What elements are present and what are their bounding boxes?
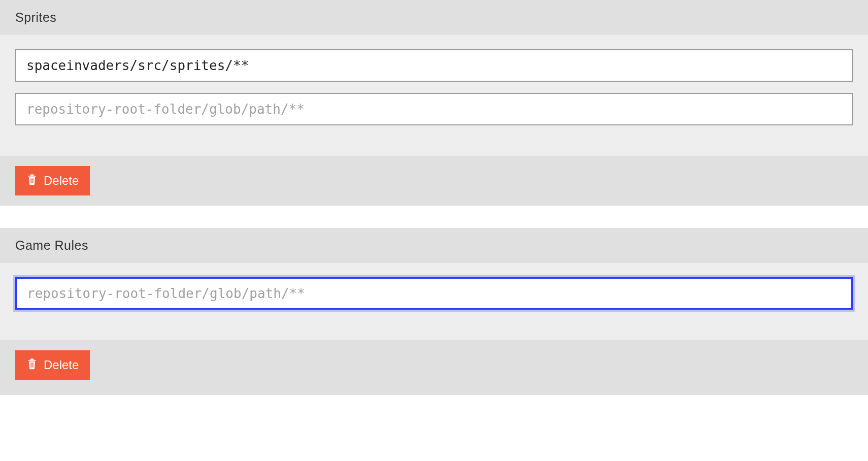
trash-icon [26,357,38,373]
path-row [15,277,853,310]
trash-icon [26,173,38,188]
section-footer: Delete [0,156,868,206]
delete-button-label: Delete [44,174,79,188]
section-game-rules: Game Rules Delete [0,228,868,395]
path-row [15,49,853,82]
section-gap [0,206,868,228]
delete-button[interactable]: Delete [15,350,90,380]
section-body [0,263,868,340]
section-sprites: Sprites Delete [0,0,868,206]
section-title: Sprites [0,0,868,35]
section-footer: Delete [0,340,868,395]
section-title: Game Rules [0,228,868,263]
delete-button-label: Delete [44,358,79,372]
glob-path-input[interactable] [15,277,853,310]
glob-path-input[interactable] [15,93,853,125]
glob-path-input[interactable] [15,49,853,82]
delete-button[interactable]: Delete [15,166,90,195]
section-body [0,35,868,156]
path-row [15,93,853,125]
